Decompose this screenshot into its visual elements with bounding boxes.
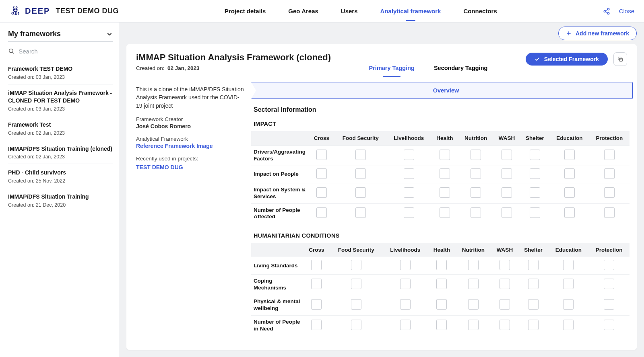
matrix-cell[interactable]: [334, 183, 387, 203]
matrix-cell[interactable]: [589, 166, 630, 183]
matrix-cell[interactable]: [491, 275, 518, 295]
matrix-cell[interactable]: [428, 295, 456, 316]
matrix-cell[interactable]: [431, 203, 458, 224]
matrix-cell[interactable]: [330, 257, 383, 275]
matrix-cell[interactable]: [383, 257, 428, 275]
matrix-cell[interactable]: [330, 295, 383, 316]
matrix-cell[interactable]: [456, 295, 491, 316]
share-button[interactable]: [603, 8, 610, 15]
matrix-cell[interactable]: [383, 295, 428, 316]
matrix-cell[interactable]: [334, 166, 387, 183]
matrix-cell[interactable]: [588, 257, 630, 275]
tab-secondary-tagging[interactable]: Secondary Tagging: [434, 59, 487, 77]
matrix-corner-cell: [251, 243, 303, 257]
matrix-cell[interactable]: [456, 257, 491, 275]
matrix-cell[interactable]: [431, 166, 458, 183]
matrix-cell[interactable]: [550, 203, 589, 224]
matrix-cell[interactable]: [428, 315, 456, 331]
framework-card: iMMAP Situation Analysis Framework (clon…: [126, 44, 637, 350]
add-framework-button[interactable]: Add new framework: [558, 27, 637, 40]
matrix-cell[interactable]: [330, 275, 383, 295]
matrix-cell[interactable]: [493, 203, 520, 224]
matrix-cell[interactable]: [458, 183, 493, 203]
matrix-cell[interactable]: [334, 203, 387, 224]
matrix-cell[interactable]: [309, 166, 334, 183]
matrix-cell[interactable]: [334, 146, 387, 166]
matrix-cell[interactable]: [431, 183, 458, 203]
matrix-cell[interactable]: [493, 183, 520, 203]
matrix-cell[interactable]: [589, 203, 630, 224]
matrix-cell[interactable]: [589, 183, 630, 203]
matrix-cell[interactable]: [309, 146, 334, 166]
reference-image-link[interactable]: Reference Framework Image: [136, 143, 244, 149]
matrix-cell[interactable]: [491, 315, 518, 331]
matrix-cell[interactable]: [548, 257, 588, 275]
matrix-cell[interactable]: [309, 183, 334, 203]
matrix-cell[interactable]: [387, 146, 431, 166]
checkbox-icon: [563, 299, 574, 310]
framework-list-item[interactable]: PHD - Child survivorsCreated on: 25 Nov,…: [8, 164, 113, 188]
selected-framework-button[interactable]: Selected Framework: [526, 53, 608, 66]
nav-users[interactable]: Users: [341, 1, 358, 21]
tab-primary-tagging[interactable]: Primary Tagging: [369, 59, 415, 77]
matrix-cell[interactable]: [520, 166, 549, 183]
matrix-cell[interactable]: [456, 275, 491, 295]
matrix-cell[interactable]: [330, 315, 383, 331]
matrix-cell[interactable]: [518, 257, 549, 275]
overview-tab[interactable]: Overview: [251, 82, 633, 99]
matrix-cell[interactable]: [383, 275, 428, 295]
matrix-scroll[interactable]: Sectoral Information IMPACTCrossFood Sec…: [251, 106, 633, 331]
matrix-cell[interactable]: [383, 315, 428, 331]
matrix-cell[interactable]: [493, 166, 520, 183]
matrix-cell[interactable]: [518, 315, 549, 331]
framework-list-item[interactable]: Framework TestCreated on: 02 Jan, 2023: [8, 116, 113, 140]
matrix-cell[interactable]: [387, 166, 431, 183]
matrix-cell[interactable]: [303, 315, 330, 331]
matrix-cell[interactable]: [548, 315, 588, 331]
matrix-cell[interactable]: [428, 275, 456, 295]
matrix-cell[interactable]: [303, 295, 330, 316]
matrix-cell[interactable]: [431, 146, 458, 166]
matrix-cell[interactable]: [458, 166, 493, 183]
nav-connectors[interactable]: Connectors: [463, 1, 497, 21]
matrix-cell[interactable]: [387, 183, 431, 203]
matrix-cell[interactable]: [303, 275, 330, 295]
matrix-cell[interactable]: [588, 295, 630, 316]
matrix-cell[interactable]: [550, 166, 589, 183]
matrix-cell[interactable]: [518, 275, 549, 295]
matrix-cell[interactable]: [458, 203, 493, 224]
matrix-cell[interactable]: [588, 275, 630, 295]
sidebar-header[interactable]: My frameworks: [8, 30, 113, 42]
framework-list-item[interactable]: Framework TEST DEMOCreated on: 03 Jan, 2…: [8, 60, 113, 84]
matrix-cell[interactable]: [493, 146, 520, 166]
matrix-cell[interactable]: [588, 315, 630, 331]
matrix-cell[interactable]: [458, 146, 493, 166]
matrix-cell[interactable]: [491, 257, 518, 275]
matrix-cell[interactable]: [518, 295, 549, 316]
matrix-cell[interactable]: [309, 203, 334, 224]
matrix-cell[interactable]: [520, 203, 549, 224]
matrix-cell[interactable]: [428, 257, 456, 275]
copy-button[interactable]: [613, 52, 627, 66]
framework-list-item[interactable]: IMMAP/DFS Situation Training (cloned)Cre…: [8, 140, 113, 164]
matrix-cell[interactable]: [550, 146, 589, 166]
framework-list-item[interactable]: iMMAP Situation Analysis Framework - CLO…: [8, 84, 113, 116]
matrix-cell[interactable]: [520, 183, 549, 203]
matrix-cell[interactable]: [491, 295, 518, 316]
close-button[interactable]: Close: [619, 8, 634, 14]
nav-geo-areas[interactable]: Geo Areas: [288, 1, 318, 21]
matrix-cell[interactable]: [456, 315, 491, 331]
matrix-cell[interactable]: [387, 203, 431, 224]
matrix-cell[interactable]: [548, 275, 588, 295]
framework-list-item[interactable]: IMMAP/DFS Situation TrainingCreated on: …: [8, 188, 113, 212]
framework-item-created: Created on: 03 Jan, 2023: [8, 106, 113, 112]
nav-project-details[interactable]: Project details: [225, 1, 266, 21]
matrix-cell[interactable]: [589, 146, 630, 166]
matrix-cell[interactable]: [520, 146, 549, 166]
nav-analytical-framework[interactable]: Analytical framework: [380, 1, 441, 21]
matrix-cell[interactable]: [550, 183, 589, 203]
matrix-cell[interactable]: [303, 257, 330, 275]
search-input[interactable]: [19, 48, 113, 55]
matrix-cell[interactable]: [548, 295, 588, 316]
recent-project-link[interactable]: TEST DEMO DUG: [136, 164, 183, 170]
